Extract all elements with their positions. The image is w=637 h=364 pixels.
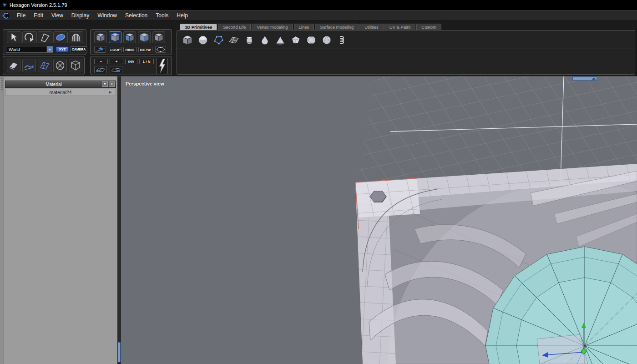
spring-primitive-button[interactable]: [335, 32, 349, 48]
panel-dropdown-button[interactable]: ▼: [102, 81, 108, 87]
world-space-select[interactable]: World ▼: [6, 46, 53, 53]
menu-view[interactable]: View: [47, 12, 67, 19]
main-area: Material ▼ ✕ material24 ▶: [0, 76, 637, 364]
tab-surface-modeling[interactable]: Surface modeling: [315, 24, 359, 30]
pointer-icon: [9, 32, 20, 42]
menu-selection[interactable]: Selection: [121, 12, 152, 19]
spring-icon: [337, 35, 348, 45]
close-icon: ✕: [111, 82, 113, 86]
window-title: Hexagon Version 2.5.1.79: [10, 2, 67, 8]
loop-select-button[interactable]: LOOP: [109, 47, 122, 52]
world-space-value: World: [9, 47, 20, 52]
viewport-scrollbar[interactable]: [572, 76, 597, 81]
select-object-mode-button[interactable]: [138, 31, 151, 43]
one-over-n-button[interactable]: 1 / N: [139, 59, 154, 64]
sweep-tool-button[interactable]: [7, 59, 20, 72]
menu-edit[interactable]: Edit: [30, 12, 47, 19]
lightning-bolt-icon: [158, 59, 166, 73]
material-name: material24: [49, 90, 71, 95]
hexagon-logo-icon: [2, 12, 10, 20]
chevron-down-icon[interactable]: ▼: [46, 46, 53, 52]
title-bar[interactable]: ✳ Hexagon Version 2.5.1.79: [0, 0, 637, 10]
edge-circle-tool-button[interactable]: [155, 46, 166, 53]
viewport-label: Perspective view: [126, 81, 164, 86]
rotate-tool-button[interactable]: [22, 31, 37, 43]
select-points-mode-button[interactable]: [94, 31, 107, 43]
free-polygon-icon: [213, 35, 224, 45]
shrink-selection-button[interactable]: −: [94, 59, 108, 64]
xyz-axis-button[interactable]: XYZ: [56, 46, 69, 52]
menu-file[interactable]: File: [13, 12, 30, 19]
dome-icon: [71, 32, 81, 42]
cylinder-primitive-button[interactable]: [243, 32, 256, 48]
ring-select-button[interactable]: RING: [123, 47, 136, 52]
select-faces-mode-button[interactable]: [123, 31, 136, 43]
material-panel-title: Material: [5, 82, 102, 87]
rotate-arrow-icon: [24, 32, 35, 42]
expand-arrow-icon[interactable]: ▶: [109, 91, 112, 94]
menu-help[interactable]: Help: [172, 12, 192, 19]
camera-space-button[interactable]: CAMERA: [70, 46, 87, 52]
edge-pen-tool-button[interactable]: [94, 46, 106, 53]
ellipse-select-tool-button[interactable]: [53, 31, 68, 43]
tab-vertex-modeling[interactable]: Vertex modeling: [252, 24, 293, 30]
material-panel-header[interactable]: Material ▼ ✕: [5, 81, 116, 88]
menu-window[interactable]: Window: [93, 12, 121, 19]
cube-faces-icon: [125, 33, 135, 42]
teardrop-primitive-button[interactable]: [258, 32, 272, 48]
material-list-item[interactable]: material24 ▶: [5, 89, 116, 96]
menu-tools[interactable]: Tools: [152, 12, 172, 19]
tab-utilities[interactable]: Utilities: [359, 24, 384, 30]
quick-select-button[interactable]: [156, 58, 168, 74]
panel-drag-grip[interactable]: [1, 78, 3, 90]
sphere-primitive-button[interactable]: [196, 32, 210, 48]
app-icon: ✳: [2, 2, 7, 8]
cylinder-icon: [244, 35, 255, 45]
ribbon-tabs: 3D Primitives Second Life Vertex modelin…: [180, 24, 441, 30]
symmetry-tool-button[interactable]: [53, 59, 67, 72]
arrow-plane-left-icon: [95, 67, 106, 72]
geodesic-sphere-icon: [321, 35, 332, 45]
grid-plane-icon: [228, 35, 239, 45]
ground-grid: [358, 76, 637, 181]
cone-primitive-button[interactable]: [273, 32, 287, 48]
select-connected-up-button[interactable]: [110, 66, 122, 73]
surface-smooth-tool-button[interactable]: [22, 59, 36, 72]
between-select-button[interactable]: BETW: [138, 47, 152, 52]
bounding-box-tool-button[interactable]: [69, 59, 82, 72]
free-polygon-primitive-button[interactable]: [212, 32, 225, 48]
cone-icon: [275, 35, 286, 45]
perspective-viewport[interactable]: Perspective view: [121, 76, 637, 364]
gem-primitive-button[interactable]: [289, 32, 303, 48]
selection-tools-group: World ▼ XYZ CAMERA: [3, 29, 86, 55]
select-tool-button[interactable]: [7, 31, 21, 43]
cube-primitive-button[interactable]: [181, 32, 194, 48]
lasso-select-tool-button[interactable]: [38, 31, 52, 43]
grid-toggle-button[interactable]: [38, 59, 51, 72]
grid-primitive-button[interactable]: [227, 32, 241, 48]
wave-surface-icon: [24, 60, 35, 71]
circle-cross-icon: [55, 60, 66, 71]
tab-second-life[interactable]: Second Life: [218, 24, 251, 30]
tab-custom[interactable]: Custom: [416, 24, 441, 30]
tab-lines[interactable]: Lines: [294, 24, 314, 30]
blue-grid-icon: [39, 60, 50, 71]
grow-selection-button[interactable]: +: [110, 59, 123, 64]
sphere-icon: [197, 35, 208, 45]
select-connected-down-button[interactable]: [94, 66, 107, 73]
viewport-canvas[interactable]: [121, 76, 637, 364]
splitter-scroll-thumb[interactable]: [118, 342, 121, 362]
orbit-tool-button[interactable]: [69, 31, 83, 43]
select-edges-mode-button[interactable]: [109, 31, 121, 43]
menu-bar: File Edit View Display Window Selection …: [0, 10, 637, 21]
chamfer-cube-primitive-button[interactable]: [304, 32, 318, 48]
scroll-arrow-icon: [592, 77, 596, 80]
tab-uv-paint[interactable]: UV & Paint: [384, 24, 415, 30]
select-auto-mode-button[interactable]: [152, 31, 165, 43]
geodesic-primitive-button[interactable]: [320, 32, 334, 48]
panel-close-button[interactable]: ✕: [109, 81, 115, 87]
invert-selection-button[interactable]: INV: [125, 59, 137, 64]
tab-3d-primitives[interactable]: 3D Primitives: [180, 24, 217, 30]
panel-splitter[interactable]: [117, 76, 121, 364]
menu-display[interactable]: Display: [67, 12, 93, 19]
